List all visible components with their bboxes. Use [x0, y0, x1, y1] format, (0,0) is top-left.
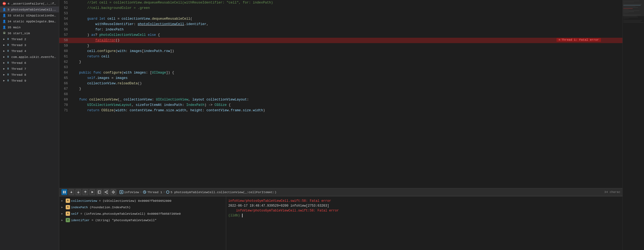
sidebar-item-assertion[interactable]: ⛔ 4 _assertionFailure(_:_:file:...: [0, 1, 59, 6]
char-count: 34 charac: [604, 190, 620, 194]
thread-badge-text: Thread 1: Fatal error: [561, 38, 599, 41]
chevron-right-icon: ▶: [2, 79, 6, 82]
sidebar-item-main[interactable]: 👤 35 main: [0, 24, 59, 30]
var-value: = (infoView.photosGymTableViewCell) 0x00…: [80, 212, 181, 216]
variables-panel: ▶ A collectionView = (UICollectionView) …: [59, 196, 226, 250]
var-item-collectionview[interactable]: ▶ A collectionView = (UICollectionView) …: [59, 197, 226, 204]
thread-icon: ⏸: [6, 72, 10, 77]
code-line-69: 69 func collectionView(_ collectionView:…: [59, 97, 622, 102]
pause-button[interactable]: [89, 189, 95, 195]
breadcrumb-function-label: 5 photosGymTableViewCell.collectionView(…: [170, 190, 276, 194]
var-chevron[interactable]: ▶: [61, 219, 65, 222]
code-line-60: 60 cell.configure(with: images[indexPath…: [59, 48, 622, 54]
sidebar-item-thread4[interactable]: ▶ ⏸ Thread 4: [0, 48, 59, 54]
var-type-badge-v: V: [66, 218, 70, 222]
sidebar-item-label: Thread 2: [11, 37, 26, 41]
svg-rect-0: [63, 191, 64, 193]
code-line-65: 65 self.images = images: [59, 75, 622, 81]
view-button[interactable]: [96, 189, 102, 195]
thread-error-badge: ≡ Thread 1: Fatal error: [556, 38, 601, 42]
code-line-67: 67 }: [59, 86, 622, 92]
sidebar-item-thread6[interactable]: ▶ ⏸ Thread 6: [0, 60, 59, 66]
breadcrumb-infoview: infoView: [120, 190, 139, 194]
chevron-right-icon: ▶: [2, 73, 6, 77]
var-item-indexpath[interactable]: ▶ A indexPath (Foundation.IndexPath): [59, 204, 226, 210]
step-over-button[interactable]: [68, 189, 74, 195]
var-equals: = (UICollectionView) 0x00007fb059052800: [99, 199, 172, 203]
var-name: self: [71, 212, 79, 216]
console-line-4: (lldb): [228, 213, 620, 218]
svg-line-9: [106, 192, 107, 193]
person-icon: 👤: [2, 19, 6, 23]
person-icon: 👤: [2, 7, 6, 12]
bottom-panel: ▶ A collectionView = (UICollectionView) …: [59, 196, 622, 250]
continue-button[interactable]: [61, 189, 67, 195]
code-line-57: 57 ) as? photoCollectionViewCell else {: [59, 32, 622, 38]
svg-marker-2: [92, 191, 93, 193]
sidebar-item-thread7[interactable]: ▶ ⏸ Thread 7: [0, 66, 59, 72]
chevron-right-icon: ▶: [2, 61, 6, 65]
var-type-badge-a: A: [66, 205, 70, 209]
var-item-self[interactable]: ▶ A self = (infoView.photosGymTableViewC…: [59, 210, 226, 217]
svg-point-7: [105, 192, 106, 193]
code-line-52: 52 //cell.backgroundColor = .green: [59, 5, 622, 11]
sidebar-item-thread2[interactable]: ▶ ⏸ Thread 2: [0, 36, 59, 42]
var-name: identifier: [71, 218, 90, 222]
var-value: = (String) "photosGymTableViewCell": [92, 218, 157, 222]
var-item-identifier[interactable]: ▶ V identifier = (String) "photosGymTabl…: [59, 217, 226, 223]
code-line-51: 51 //let cell = collectionView.dequeueRe…: [59, 0, 622, 5]
sidebar-item-label: 5 photosGymTableViewCell....: [8, 8, 57, 11]
code-line-58: 58 fatalError() ≡ Thread 1: Fatal error: [59, 38, 622, 43]
location-button[interactable]: [110, 189, 116, 195]
sidebar-item-label: 33 static UIApplicationDele...: [8, 14, 57, 17]
sidebar-item-label: 35 main: [8, 26, 20, 29]
step-out-button[interactable]: [82, 189, 88, 195]
sidebar-item-photos[interactable]: 👤 5 photosGymTableViewCell....: [0, 6, 59, 12]
sidebar-item-label: Thread 7: [11, 67, 26, 71]
thread-icon: ⏸: [6, 55, 10, 59]
var-type-badge-a: A: [66, 199, 70, 203]
sidebar-item-start-sim[interactable]: 🏛 36 start_sim: [0, 30, 59, 36]
sidebar-item-com-apple[interactable]: ▶ ⏸ com.apple.uikit.eventfetch-th...: [0, 54, 59, 60]
sidebar-item-label: Thread 4: [11, 49, 26, 53]
chevron-right-icon: ▶: [2, 49, 6, 53]
step-into-button[interactable]: [75, 189, 81, 195]
thread-icon: ⏸: [6, 61, 10, 65]
code-editor[interactable]: 51 //let cell = collectionView.dequeueRe…: [59, 0, 622, 188]
debug-toolbar: infoView › Thread 1 › 5 photosGymTableVi…: [59, 188, 622, 196]
svg-point-10: [113, 192, 114, 193]
var-chevron[interactable]: ▶: [61, 206, 65, 209]
sidebar-item-thread9[interactable]: ▶ ⏸ Thread 9: [0, 78, 59, 84]
breadcrumb-thread-label: Thread 1: [147, 190, 162, 194]
var-type: (Foundation.IndexPath): [90, 206, 131, 209]
var-type-badge-a: A: [66, 211, 70, 216]
sidebar-item-static-ui[interactable]: 👤 33 static UIApplicationDele...: [0, 12, 59, 18]
console-line-3: infoView/photosGymTableViewCell.swift:58…: [228, 208, 620, 213]
sidebar-item-thread3[interactable]: ▶ ⏸ Thread 3: [0, 42, 59, 48]
building-icon: 🏛: [2, 31, 6, 35]
breadcrumb-infoview-label: infoView: [124, 190, 139, 194]
code-line-55: 55 withReuseIdentifier: photoCollectionV…: [59, 22, 622, 27]
svg-rect-3: [98, 191, 101, 193]
sidebar-item-label: 34 static AppDelegate.$ma...: [8, 20, 57, 23]
var-chevron[interactable]: ▶: [61, 212, 65, 215]
editor-area: 51 //let cell = collectionView.dequeueRe…: [59, 0, 622, 250]
svg-point-6: [107, 193, 108, 194]
sidebar-item-label: 36 start_sim: [8, 32, 30, 35]
sidebar-item-static-app[interactable]: 👤 34 static AppDelegate.$ma...: [0, 18, 59, 24]
console-line-2: 2022-06-17 19:48:47.939529+0200 infoView…: [228, 203, 620, 208]
sidebar-item-thread8[interactable]: ▶ ⏸ Thread 8: [0, 72, 59, 78]
console-cursor: [242, 214, 244, 217]
code-line-63: 63: [59, 65, 622, 70]
minimap: [622, 0, 644, 250]
code-line-61: 61 return cell: [59, 54, 622, 59]
share-button[interactable]: [103, 189, 109, 195]
var-chevron[interactable]: ▶: [61, 199, 65, 202]
code-line-56: 56 for: indexPath: [59, 27, 622, 32]
code-line-59: 59 }: [59, 43, 622, 48]
svg-rect-1: [65, 191, 66, 193]
code-line-54: 54 guard let cell = collectionView.deque…: [59, 16, 622, 22]
breadcrumb: infoView › Thread 1 › 5 photosGymTableVi…: [120, 190, 276, 194]
console-prompt: (lldb): [228, 214, 242, 217]
svg-line-16: [145, 192, 145, 193]
